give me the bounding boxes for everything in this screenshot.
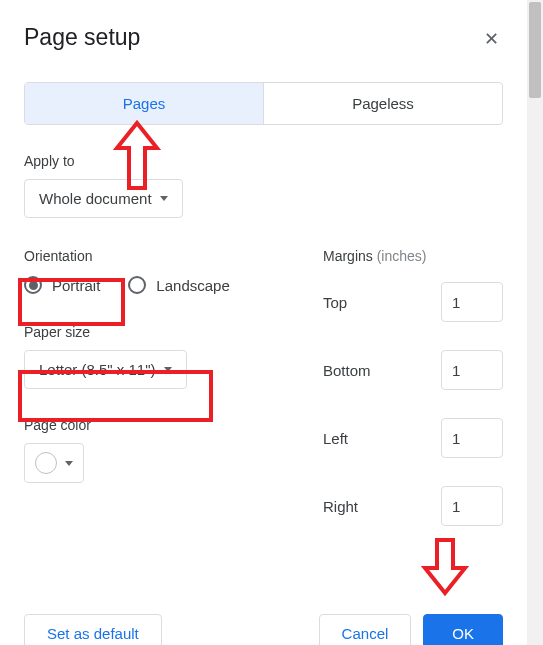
page-color-label: Page color <box>24 417 283 433</box>
margins-text: Margins <box>323 248 373 264</box>
orientation-landscape[interactable]: Landscape <box>128 276 229 294</box>
margin-bottom-input[interactable] <box>441 350 503 390</box>
caret-down-icon <box>160 196 168 201</box>
apply-to-value: Whole document <box>39 190 152 207</box>
margins-label: Margins (inches) <box>323 248 503 264</box>
portrait-label: Portrait <box>52 277 100 294</box>
tab-pageless-label: Pageless <box>352 95 414 112</box>
tab-group: Pages Pageless <box>24 82 503 125</box>
orientation-label: Orientation <box>24 248 283 264</box>
paper-size-value: Letter (8.5" x 11") <box>39 361 156 378</box>
tab-pages[interactable]: Pages <box>25 83 263 124</box>
apply-to-dropdown[interactable]: Whole document <box>24 179 183 218</box>
set-default-label: Set as default <box>47 625 139 642</box>
orientation-radio-group: Portrait Landscape <box>24 276 283 294</box>
margin-right-label: Right <box>323 498 358 515</box>
close-icon[interactable]: ✕ <box>480 24 503 54</box>
dialog-title: Page setup <box>24 24 140 51</box>
cancel-label: Cancel <box>342 625 389 642</box>
margin-right-input[interactable] <box>441 486 503 526</box>
tab-pages-label: Pages <box>123 95 166 112</box>
margin-top-label: Top <box>323 294 347 311</box>
paper-size-dropdown[interactable]: Letter (8.5" x 11") <box>24 350 187 389</box>
margin-bottom-label: Bottom <box>323 362 371 379</box>
radio-icon <box>24 276 42 294</box>
color-swatch-icon <box>35 452 57 474</box>
caret-down-icon <box>164 367 172 372</box>
page-color-dropdown[interactable] <box>24 443 84 483</box>
page-setup-dialog: Page setup ✕ Pages Pageless Apply to Who… <box>0 0 543 645</box>
apply-to-label: Apply to <box>24 153 503 169</box>
scrollbar-thumb[interactable] <box>529 2 541 98</box>
paper-size-label: Paper size <box>24 324 283 340</box>
landscape-label: Landscape <box>156 277 229 294</box>
margins-unit: (inches) <box>377 248 427 264</box>
margin-top-input[interactable] <box>441 282 503 322</box>
orientation-portrait[interactable]: Portrait <box>24 276 100 294</box>
margin-left-label: Left <box>323 430 348 447</box>
radio-icon <box>128 276 146 294</box>
margin-left-input[interactable] <box>441 418 503 458</box>
caret-down-icon <box>65 461 73 466</box>
ok-label: OK <box>452 625 474 642</box>
scrollbar-track[interactable] <box>527 0 543 645</box>
ok-button[interactable]: OK <box>423 614 503 645</box>
tab-pageless[interactable]: Pageless <box>263 83 502 124</box>
cancel-button[interactable]: Cancel <box>319 614 412 645</box>
set-as-default-button[interactable]: Set as default <box>24 614 162 645</box>
